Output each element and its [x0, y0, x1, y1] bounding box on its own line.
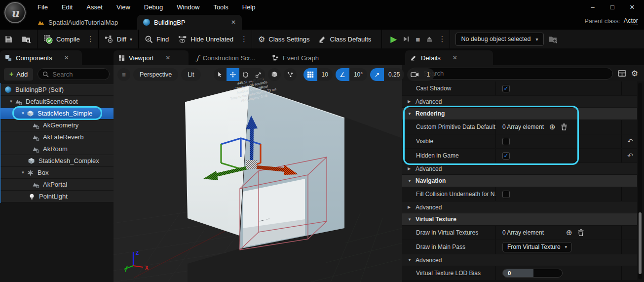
- details-scrollbar[interactable]: [638, 83, 642, 279]
- menu-view[interactable]: View: [110, 3, 137, 11]
- find-button[interactable]: Find: [140, 30, 173, 48]
- add-array-element-icon[interactable]: ⊕: [549, 122, 556, 131]
- tab-spatial-audio-map[interactable]: SpatialAudioTutorialMap: [33, 15, 123, 30]
- viewport-options-button[interactable]: ≡: [117, 68, 130, 81]
- tree-row-akgeometry[interactable]: AkGeometry: [0, 120, 114, 131]
- hide-unrelated-button[interactable]: Hide Unrelated: [173, 30, 238, 48]
- browse-asset-button[interactable]: [17, 30, 36, 48]
- close-tab-icon[interactable]: ✕: [64, 54, 69, 61]
- header-virtual-texture[interactable]: ▼ Virtual Texture: [402, 213, 637, 225]
- add-array-element-icon[interactable]: ⊕: [566, 228, 572, 237]
- cast-shadow-checkbox[interactable]: ✓: [502, 85, 510, 92]
- reset-to-default-icon[interactable]: ↶: [627, 152, 633, 160]
- debug-object-select[interactable]: No debug object selected ▾: [455, 33, 543, 46]
- maximize-button[interactable]: □: [603, 3, 622, 11]
- eject-button[interactable]: [423, 30, 436, 48]
- stop-button[interactable]: ■: [413, 30, 423, 48]
- tab-event-graph[interactable]: Event Graph: [267, 50, 324, 65]
- tree-row-akportal[interactable]: AkPortal: [0, 179, 114, 190]
- svg-text:X: X: [145, 265, 149, 271]
- menu-tools[interactable]: Tools: [206, 3, 235, 11]
- add-component-button[interactable]: + Add: [4, 68, 33, 81]
- scale-snap-icon[interactable]: ↗: [370, 68, 384, 81]
- scale-tool-button[interactable]: [252, 68, 265, 81]
- class-defaults-button[interactable]: Class Defaults: [314, 30, 376, 48]
- tree-row-buildingbp[interactable]: BuildingBP (Self): [0, 84, 114, 95]
- details-search-input[interactable]: Search: [409, 68, 613, 80]
- tree-row-aklatereverb[interactable]: AkLateReverb: [0, 131, 114, 143]
- select-tool-button[interactable]: [214, 68, 227, 81]
- frame-skip-button[interactable]: [400, 30, 413, 48]
- menu-window[interactable]: Window: [170, 3, 206, 11]
- expand-arrow-icon[interactable]: ▼: [20, 111, 26, 116]
- tab-building-bp[interactable]: BuildingBP ✕: [137, 15, 242, 30]
- surface-snapping-button[interactable]: [284, 68, 297, 81]
- close-button[interactable]: ✕: [622, 3, 642, 11]
- minimize-button[interactable]: –: [583, 3, 603, 11]
- perspective-button[interactable]: Perspective: [133, 68, 178, 81]
- close-tab-icon[interactable]: ✕: [231, 19, 236, 26]
- play-options-icon[interactable]: ⋮: [436, 35, 448, 43]
- grid-snap-value[interactable]: 10: [317, 71, 333, 78]
- diff-button[interactable]: Diff ▾: [100, 30, 137, 48]
- tree-row-staticmesh-simple[interactable]: ▼ StaticMesh_Simple: [0, 108, 114, 119]
- browse-debug-object-button[interactable]: [544, 30, 562, 48]
- scrollbar-thumb[interactable]: [639, 212, 642, 274]
- row-advanced-rendering[interactable]: ▶ Advanced: [402, 163, 637, 174]
- lit-mode-button[interactable]: Lit: [181, 68, 200, 81]
- header-rendering[interactable]: ▼ Rendering: [402, 108, 637, 120]
- menu-debug[interactable]: Debug: [137, 3, 170, 11]
- draw-main-pass-select[interactable]: From Virtual Texture ▾: [502, 242, 572, 252]
- menu-file[interactable]: File: [31, 3, 55, 11]
- rotation-snap-value[interactable]: 10°: [349, 71, 367, 78]
- tree-row-box[interactable]: ▼ Box: [0, 167, 114, 178]
- tab-components[interactable]: Components ✕: [0, 50, 82, 65]
- row-advanced-lighting[interactable]: ▶ Advanced: [402, 96, 637, 107]
- close-tab-icon[interactable]: ✕: [453, 54, 457, 61]
- tree-row-akroom[interactable]: AkRoom: [0, 143, 114, 155]
- tab-details[interactable]: Details ✕: [405, 50, 493, 65]
- fill-collision-checkbox[interactable]: [502, 191, 510, 198]
- tab-construction-script[interactable]: ƒ Construction Scr...: [191, 50, 260, 65]
- menu-edit[interactable]: Edit: [55, 3, 79, 11]
- rotation-snap-icon[interactable]: ∠: [336, 68, 349, 81]
- camera-speed-value[interactable]: 1: [422, 71, 434, 78]
- save-button[interactable]: [0, 30, 17, 48]
- coordinate-system-button[interactable]: [268, 68, 281, 81]
- clear-array-icon[interactable]: [561, 123, 567, 130]
- hide-unrelated-options-icon[interactable]: ⋮: [238, 35, 250, 43]
- grid-snap-icon[interactable]: [303, 68, 317, 81]
- header-navigation[interactable]: ▼ Navigation: [402, 175, 637, 187]
- tab-viewport[interactable]: Viewport ✕: [114, 50, 189, 65]
- expand-arrow-icon[interactable]: ▼: [20, 170, 26, 175]
- components-search-input[interactable]: Search: [38, 68, 110, 80]
- reset-to-default-icon[interactable]: ↶: [627, 137, 633, 145]
- menu-help[interactable]: Help: [235, 3, 263, 11]
- rotate-tool-button[interactable]: [239, 68, 252, 81]
- visible-checkbox[interactable]: [502, 138, 510, 145]
- find-icon: [145, 35, 153, 43]
- viewport-3d-scene[interactable]: 445.17 sq m area Decay: 1.36 seconds Aux…: [114, 65, 402, 282]
- display-filter-icon[interactable]: [618, 70, 626, 77]
- tree-row-staticmesh-complex[interactable]: StaticMesh_Complex: [0, 155, 114, 166]
- menu-asset[interactable]: Asset: [79, 3, 110, 11]
- move-tool-button[interactable]: [227, 68, 239, 81]
- hidden-in-game-checkbox[interactable]: ✓: [502, 152, 510, 160]
- scale-snap-value[interactable]: 0.25: [384, 71, 404, 78]
- row-draw-in-main-pass: Draw in Main Pass From Virtual Texture ▾: [402, 240, 637, 254]
- tree-row-pointlight[interactable]: PointLight: [0, 191, 114, 202]
- play-button[interactable]: ▶: [383, 30, 400, 48]
- class-settings-button[interactable]: ⚙ Class Settings: [254, 30, 314, 48]
- row-advanced-virtual-texture[interactable]: ▼ Advanced: [402, 254, 637, 266]
- vt-lod-bias-input[interactable]: 0: [502, 269, 563, 278]
- details-settings-icon[interactable]: ⚙: [631, 69, 638, 78]
- clear-array-icon[interactable]: [578, 229, 584, 236]
- tree-row-defaultsceneroot[interactable]: ▼ DefaultSceneRoot: [0, 96, 114, 107]
- compile-button[interactable]: Compile: [39, 30, 84, 48]
- close-tab-icon[interactable]: ✕: [165, 54, 170, 61]
- expand-arrow-icon[interactable]: ▼: [8, 99, 14, 104]
- parent-class-link[interactable]: Actor: [624, 17, 638, 25]
- row-advanced-navigation[interactable]: ▶ Advanced: [402, 201, 637, 213]
- compile-options-icon[interactable]: ⋮: [84, 35, 97, 43]
- camera-icon[interactable]: [407, 72, 422, 78]
